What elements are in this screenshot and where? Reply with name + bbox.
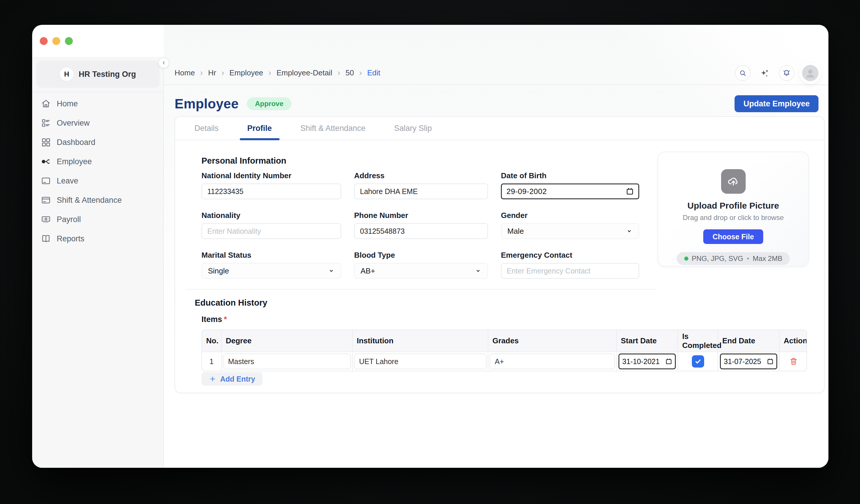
zoom-window-button[interactable] [65,37,73,45]
field-label: Blood Type [354,251,488,260]
blood-type-select[interactable]: AB+ [354,263,488,279]
sidebar-item-overview[interactable]: Overview [32,113,162,133]
end-date-cell: 31-07-2025 [718,352,779,371]
format-dot-icon [684,256,688,261]
tab-shift-attendance[interactable]: Shift & Attendance [293,117,373,140]
column-header-end-date: End Date [718,330,779,352]
national-identity-number-input[interactable] [201,183,341,199]
field-label: Nationality [201,211,341,220]
sidebar-item-shift-attendance[interactable]: Shift & Attendance [32,191,162,210]
sidebar-item-label: Employee [57,157,92,166]
emergency-contact-input[interactable] [501,263,639,279]
degree-input[interactable] [223,354,351,369]
phone-number-input[interactable] [354,223,488,239]
file-constraints-badge: PNG, JPG, SVG • Max 2MB [677,252,790,265]
field-date-of-birth: Date of Birth 29-09-2002 [501,171,639,199]
date-of-birth-input[interactable]: 29-09-2002 [501,183,639,199]
field-marital-status: Marital Status Single [201,251,341,279]
close-window-button[interactable] [40,37,48,45]
upload-dropzone[interactable]: Upload Profile Picture Drag and drop or … [658,152,809,267]
nationality-input[interactable] [201,223,341,239]
is-completed-checkbox[interactable] [692,356,704,367]
sidebar-collapse-button[interactable] [158,57,169,68]
search-button[interactable] [735,65,751,81]
address-input[interactable] [354,183,488,199]
sidebar-item-dashboard[interactable]: Dashboard [32,133,162,152]
overview-icon [41,118,51,128]
breadcrumb-separator: › [200,68,203,77]
topbar: Home › Hr › Employee › Employee-Detail ›… [164,25,828,85]
tab-profile[interactable]: Profile [240,117,280,140]
column-header-actions: Actions [779,330,807,352]
upload-icon-tile [721,169,746,194]
select-value: AB+ [360,266,375,276]
search-icon [739,69,747,77]
is-completed-cell [678,352,718,371]
sidebar-item-leave[interactable]: Leave [32,171,162,191]
org-name: HR Testing Org [78,70,136,79]
sidebar-item-payroll[interactable]: Payroll [32,210,162,229]
education-history-heading: Education History [195,298,267,308]
breadcrumb-item-50[interactable]: 50 [345,68,354,77]
employee-profile-card: Details Profile Shift & Attendance Salar… [175,116,825,393]
reports-icon [41,234,51,244]
end-date-input[interactable]: 31-07-2025 [720,354,777,369]
update-employee-button[interactable]: Update Employee [734,95,818,112]
leave-icon [41,176,51,186]
trash-icon [789,357,798,366]
bell-icon [783,69,791,77]
actions-cell [779,352,807,371]
breadcrumb-item-employee[interactable]: Employee [229,68,263,77]
breadcrumb-separator: › [338,68,340,77]
breadcrumb-separator: › [269,68,271,77]
section-divider [185,289,656,290]
max-size: Max 2MB [753,254,782,263]
row-number-cell: 1 [202,352,221,371]
org-switcher[interactable]: H HR Testing Org [36,61,160,88]
add-entry-button[interactable]: Add Entry [201,372,262,386]
ai-assistant-button[interactable] [758,66,771,79]
start-date-input[interactable]: 31-10-2021 [618,354,676,369]
column-header-institution: Institution [353,330,488,352]
delete-row-button[interactable] [787,355,800,368]
breadcrumb-separator: › [359,68,362,77]
gender-select[interactable]: Male [501,223,639,239]
sidebar-item-home[interactable]: Home [32,94,162,113]
required-asterisk: * [224,315,227,324]
field-label: Address [354,171,488,180]
shift-attendance-icon [41,195,51,205]
grades-input[interactable] [489,354,615,369]
window-controls [40,37,73,45]
sidebar-item-reports[interactable]: Reports [32,229,162,248]
institution-input[interactable] [354,354,487,369]
personal-information-form: National Identity Number Address Date of… [201,171,639,291]
page-header: Employee Approve Update Employee [175,95,818,113]
tab-details[interactable]: Details [187,117,226,140]
choose-file-button[interactable]: Choose File [703,229,763,244]
tab-salary-slip[interactable]: Salary Slip [387,117,440,140]
payroll-icon [41,214,51,224]
sidebar-item-label: Payroll [57,215,81,224]
sidebar-item-label: Leave [57,177,78,186]
minimize-window-button[interactable] [52,37,60,45]
breadcrumb-item-employee-detail[interactable]: Employee-Detail [276,68,332,77]
person-icon [804,66,817,79]
sidebar-item-label: Dashboard [57,138,95,147]
column-header-degree: Degree [221,330,353,352]
breadcrumb-item-hr[interactable]: Hr [208,68,216,77]
notifications-button[interactable] [779,65,794,81]
chevron-down-icon [475,267,482,275]
breadcrumb-item-home[interactable]: Home [175,68,195,77]
date-value: 29-09-2002 [506,187,547,196]
breadcrumb: Home › Hr › Employee › Employee-Detail ›… [175,65,381,80]
check-icon [694,358,702,365]
breadcrumb-item-edit[interactable]: Edit [367,68,381,77]
user-avatar[interactable] [802,65,818,81]
marital-status-select[interactable]: Single [201,263,341,279]
main-area: Home › Hr › Employee › Employee-Detail ›… [164,25,828,468]
degree-cell [221,352,353,371]
start-date-cell: 31-10-2021 [617,352,678,371]
sidebar-item-employee[interactable]: Employee [32,152,162,171]
add-entry-label: Add Entry [220,375,255,383]
sidebar: H HR Testing Org Home Overview D [32,57,164,468]
